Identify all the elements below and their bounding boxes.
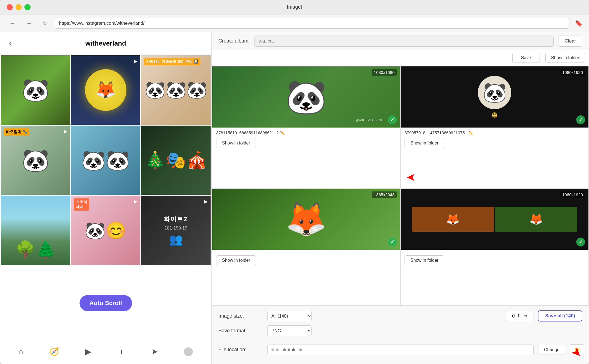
album-input[interactable] (254, 36, 554, 47)
edit-icon-2[interactable]: ✏️ (468, 131, 473, 135)
save-format-select[interactable]: PNG JPG WEBP (267, 325, 312, 336)
back-button[interactable]: ← (7, 18, 18, 29)
image-1[interactable]: 🐼 1080x1080 ✓ @witHEVERLAND (212, 66, 400, 128)
image-4[interactable]: 🦊 🦊 1080x1920 ✓ (401, 189, 588, 250)
image-size-badge-3: 1365x2048 (372, 191, 397, 198)
file-location-bar (267, 345, 534, 355)
image-info-1: 378115810_686859116808621_2 ✏️ (212, 128, 400, 138)
home-nav-button[interactable]: ⌂ (19, 347, 23, 356)
ig-username: witheverland (85, 39, 126, 47)
filter-icon: ⚙ (512, 313, 516, 319)
ig-cell-8[interactable]: 🐼😊 프로의세계 ▶ (71, 196, 141, 265)
video-icon-4: ▶ (64, 128, 68, 134)
ig-cell-9[interactable]: 화이트Z 181-199-19 👥 ▶ (141, 196, 211, 265)
traffic-lights (7, 4, 31, 10)
ig-header: ‹ witheverland (0, 32, 211, 54)
ig-cell-4[interactable]: 🐼 바오밀미 🐾 ▶ (1, 126, 70, 195)
filter-button[interactable]: ⚙ Filter (506, 311, 534, 321)
ig-cell-7[interactable]: 🌳🌲 (1, 196, 70, 265)
dot-1 (271, 348, 274, 351)
ig-cell-5[interactable]: 🐼🐼 (71, 126, 141, 195)
image-size-label: Image size: (218, 313, 263, 319)
image-info-4 (401, 250, 588, 255)
filter-label: Filter (518, 313, 528, 318)
image-size-badge-4: 1080x1920 (560, 191, 585, 198)
image-actions-4: Show in folder (401, 255, 588, 269)
maximize-button[interactable] (24, 4, 31, 10)
titlebar: Imaget (0, 0, 589, 14)
image-actions-3: Show in folder (212, 255, 400, 269)
dot-3 (283, 348, 286, 351)
video-icon-9: ▶ (204, 198, 208, 205)
change-button[interactable]: Change (538, 345, 565, 355)
image-check-3[interactable]: ✓ (388, 238, 397, 246)
ig-grid-container: 🐼 🦊 ▶ 🐼🐼🐼 사랑하는 가족들과 해피 추석 🎑 (0, 54, 211, 339)
file-location-label: File location: (218, 347, 263, 353)
window-title: Imaget (287, 4, 302, 10)
ig-bottom-nav: ⌂ 🧭 ▶ ＋ ➤ (0, 339, 211, 364)
edit-icon-1[interactable]: ✏️ (280, 131, 285, 135)
ig-cell-6[interactable]: 🎄🎭🎪 (141, 126, 211, 195)
image-card-3: 🦊 1365x2048 ✓ Show in folder (212, 189, 400, 305)
image-actions-1: Show in folder (212, 138, 400, 151)
minimize-button[interactable] (16, 4, 22, 10)
reels-nav-button[interactable]: ▶ (85, 347, 91, 356)
image-card-4: 🦊 🦊 1080x1920 ✓ Show in folder (401, 189, 588, 305)
video-icon-2: ▶ (134, 58, 138, 64)
filename-2: 379057018_1475713869921075_ (405, 130, 467, 135)
ig-back-button[interactable]: ‹ (9, 38, 12, 48)
image-check-1[interactable]: ✓ (388, 115, 397, 124)
show-folder-button-2[interactable]: Show in folder (405, 138, 444, 148)
toolbar-row-3: File location: Change 📁 (218, 340, 582, 360)
filename-1: 378115810_686859116808621_2 (216, 130, 279, 135)
auto-scroll-button[interactable]: Auto Scroll (79, 295, 132, 311)
forward-button[interactable]: → (23, 18, 35, 29)
image-card-1: 🐼 1080x1080 ✓ @witHEVERLAND 378115810_68… (212, 66, 400, 188)
show-folder-button-1[interactable]: Show in folder (216, 138, 256, 148)
dot-6 (299, 348, 302, 351)
dot-4 (288, 348, 290, 351)
bookmark-icon[interactable]: 🔖 (575, 20, 582, 27)
ig-grid: 🐼 🦊 ▶ 🐼🐼🐼 사랑하는 가족들과 해피 추석 🎑 (0, 54, 211, 266)
image-2[interactable]: 🐼 🤓 1080x1920 ✓ (401, 66, 588, 128)
reload-button[interactable]: ↻ (40, 19, 50, 28)
image-check-4[interactable]: ✓ (576, 238, 585, 246)
close-button[interactable] (7, 4, 13, 10)
right-panel: Create album: Clear Save Show in folder … (212, 32, 589, 364)
show-folder-button-4[interactable]: Show in folder (405, 255, 444, 265)
album-bar: Create album: Clear (212, 32, 589, 50)
save-format-label: Save format: (218, 328, 263, 334)
dot-5 (292, 348, 295, 351)
address-input[interactable] (55, 18, 570, 29)
ig-cell-3[interactable]: 🐼🐼🐼 사랑하는 가족들과 해피 추석 🎑 (141, 55, 211, 125)
video-icon-8: ▶ (134, 198, 138, 205)
image-check-2[interactable]: ✓ (576, 115, 585, 124)
album-label: Create album: (218, 38, 250, 44)
save-all-button[interactable]: Save all (140) (538, 310, 582, 321)
instagram-panel: ‹ witheverland 🐼 🦊 ▶ (0, 32, 212, 364)
image-3[interactable]: 🦊 1365x2048 ✓ (212, 189, 400, 250)
dot-2 (276, 348, 279, 351)
image-grid: 🐼 1080x1080 ✓ @witHEVERLAND 378115810_68… (212, 66, 589, 306)
ig-cell-1[interactable]: 🐼 (1, 55, 70, 125)
bottom-toolbar: Image size: All (140) ⚙ Filter Save all … (212, 306, 589, 364)
image-info-3 (212, 250, 400, 255)
add-nav-button[interactable]: ＋ (118, 346, 125, 357)
clear-button[interactable]: Clear (558, 36, 582, 47)
first-show-folder-button[interactable]: Show in folder (545, 53, 585, 63)
image-card-2: 🐼 🤓 1080x1920 ✓ 379057018_14757138699210… (401, 66, 588, 188)
image-actions-2: Show in folder (401, 138, 588, 151)
explore-nav-button[interactable]: 🧭 (49, 347, 59, 356)
folder-icon: 📁 (574, 347, 580, 353)
show-folder-button-3[interactable]: Show in folder (216, 255, 256, 265)
folder-icon-button[interactable]: 📁 (570, 344, 584, 355)
toolbar-row-2: Save format: PNG JPG WEBP (218, 325, 582, 336)
avatar (184, 347, 193, 356)
ig-cell-2[interactable]: 🦊 ▶ (71, 55, 141, 125)
main-content: ‹ witheverland 🐼 🦊 ▶ (0, 32, 589, 364)
send-nav-button[interactable]: ➤ (151, 347, 158, 356)
image-size-select[interactable]: All (140) (267, 311, 312, 321)
red-arrow-show-folder: ➤ (406, 171, 416, 184)
first-save-button[interactable]: Save (512, 53, 540, 63)
save-row-scrolled: Save Show in folder (212, 50, 589, 66)
